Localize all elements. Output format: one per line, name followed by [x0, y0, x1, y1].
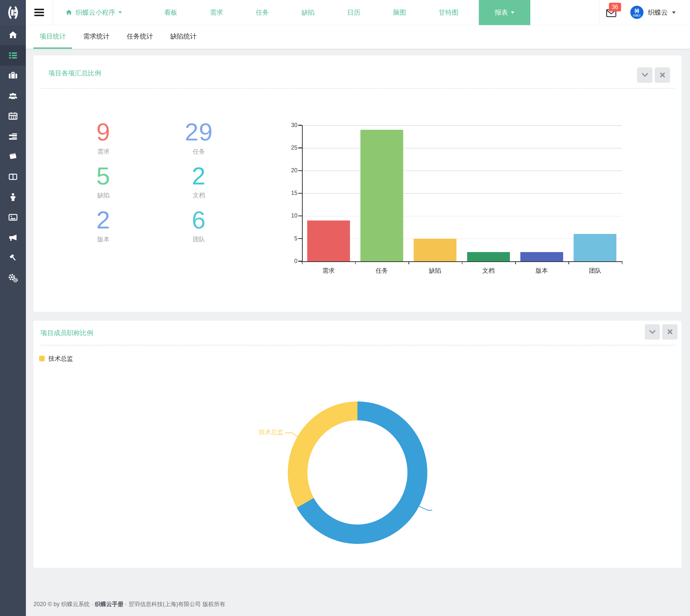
megaphone-icon	[8, 232, 18, 243]
y-tick-label-10: 10	[280, 212, 297, 219]
y-tick-25	[298, 148, 302, 148]
card-separator	[41, 345, 674, 346]
sidebar-item-kanban[interactable]	[0, 167, 26, 187]
x-tick-3	[462, 262, 463, 264]
bar-版本	[520, 252, 563, 261]
sidebar-item-announcements[interactable]	[0, 227, 26, 247]
gavel-icon	[8, 252, 18, 263]
stat-label: 需求	[60, 148, 147, 156]
pie-slice-label: 技术总监	[231, 429, 283, 436]
summary-stats-grid: 9需求29任务5缺陷2文档2版本6团队	[60, 117, 243, 249]
notification-count-badge: 36	[609, 3, 621, 12]
tab-requirement-stats[interactable]: 需求统计	[77, 25, 116, 49]
stat-value: 2	[155, 163, 243, 188]
nav-item-kanban[interactable]: 看板	[164, 8, 177, 17]
sidebar-item-calendar[interactable]	[0, 106, 26, 126]
stat-value: 2	[60, 207, 147, 232]
nav-item-requirements[interactable]: 需求	[210, 8, 223, 17]
close-card-button[interactable]	[655, 67, 670, 83]
tab-task-stats[interactable]: 任务统计	[121, 25, 160, 49]
gridline-15	[302, 193, 622, 194]
stat-团队: 6团队	[155, 205, 243, 249]
app-logo[interactable]	[0, 0, 26, 25]
sidebar-item-team[interactable]	[0, 86, 26, 106]
menu-toggle-button[interactable]	[34, 9, 44, 16]
team-icon	[7, 90, 19, 101]
summary-card-title: 项目各项汇总比例	[48, 69, 101, 78]
bar-需求	[307, 220, 350, 261]
task-list-icon	[8, 131, 18, 141]
sidebar-item-statistics[interactable]	[0, 45, 26, 65]
project-selector[interactable]: 织蝶云小程序	[65, 0, 122, 25]
sidebar-item-audit[interactable]	[0, 248, 26, 268]
user-menu[interactable]: 织蝶云	[648, 0, 675, 25]
book-icon	[8, 151, 18, 161]
sidebar-item-projects[interactable]	[0, 66, 26, 86]
header-right: 36 织蝶云 织蝶云	[599, 0, 690, 25]
nav-item-calendar[interactable]: 日历	[347, 8, 360, 17]
nav-item-tasks[interactable]: 任务	[256, 8, 269, 17]
stat-label: 团队	[155, 235, 243, 243]
close-icon	[659, 71, 666, 78]
stat-缺陷: 5缺陷	[60, 161, 147, 205]
bar-团队	[573, 234, 616, 261]
y-axis	[302, 125, 303, 261]
report-tabs: 项目统计 需求统计 任务统计 缺陷统计	[26, 25, 690, 49]
stat-value: 6	[155, 207, 243, 232]
x-tick-1	[355, 262, 356, 264]
reports-label: 报表	[495, 8, 508, 17]
sidebar-item-documents[interactable]	[0, 147, 26, 167]
avatar-text: 织蝶云	[633, 14, 641, 17]
stat-label: 版本	[60, 235, 147, 243]
sidebar-item-settings[interactable]	[0, 268, 26, 288]
y-tick-5	[298, 238, 302, 239]
close-card-button[interactable]	[662, 324, 677, 339]
y-tick-label-0: 0	[280, 258, 297, 264]
footer: 2020 © by 织蝶云系统 · 织蝶云手册 · 翌羽信息科技(上海)有限公司…	[33, 568, 682, 616]
chevron-down-icon	[672, 12, 675, 14]
settings-icon	[7, 272, 19, 284]
stat-版本: 2版本	[60, 205, 147, 249]
nav-item-defects[interactable]: 缺陷	[301, 8, 315, 17]
sidebar-item-gallery[interactable]	[0, 207, 26, 227]
stat-任务: 29任务	[155, 117, 243, 161]
x-tick-2	[409, 262, 409, 264]
member-titles-card: 项目成员职称比例 技术总监 技术总监	[33, 321, 682, 568]
stat-value: 5	[60, 163, 147, 188]
y-tick-15	[298, 193, 302, 194]
collapse-card-button[interactable]	[645, 324, 660, 339]
summary-card: 项目各项汇总比例 9需求29任务5缺陷2文档2版本6团队 05101520253…	[33, 56, 682, 312]
nav-item-mindmap[interactable]: 脑图	[393, 8, 406, 17]
card-separator	[41, 88, 674, 89]
gridline-10	[302, 216, 622, 217]
footer-manual-link[interactable]: 织蝶云手册	[95, 601, 123, 607]
nav-item-reports[interactable]: 报表	[479, 0, 530, 25]
footer-company: · 翌羽信息科技(上海)有限公司 版权所有	[123, 601, 225, 607]
home-icon	[65, 9, 72, 16]
y-tick-label-20: 20	[280, 167, 297, 174]
gridline-20	[302, 171, 622, 171]
sidebar-item-tasks[interactable]	[0, 126, 26, 147]
gridline-25	[302, 148, 622, 148]
y-tick-label-5: 5	[280, 235, 297, 242]
tab-defect-stats[interactable]: 缺陷统计	[164, 25, 203, 49]
image-icon	[8, 212, 18, 222]
y-tick-30	[298, 125, 302, 126]
tab-project-stats[interactable]: 项目统计	[33, 25, 72, 49]
briefcase-icon	[8, 70, 18, 81]
collapse-card-button[interactable]	[637, 67, 652, 83]
app-logo-icon	[6, 6, 20, 19]
avatar[interactable]: 织蝶云	[630, 6, 644, 19]
stat-label: 缺陷	[60, 191, 147, 199]
y-tick-label-15: 15	[280, 190, 297, 196]
y-tick-label-30: 30	[280, 122, 297, 129]
y-tick-label-25: 25	[280, 145, 297, 151]
sidebar-item-member[interactable]	[0, 187, 26, 207]
nav-item-gantt[interactable]: 甘特图	[439, 8, 458, 17]
pie-legend[interactable]: 技术总监	[39, 354, 73, 363]
footer-copyright: 2020 © by 织蝶云系统 ·	[33, 601, 95, 607]
category-label-版本: 版本	[515, 266, 568, 275]
sidebar-item-home[interactable]	[0, 25, 26, 45]
chevron-down-icon	[119, 12, 122, 14]
stat-需求: 9需求	[60, 117, 147, 161]
